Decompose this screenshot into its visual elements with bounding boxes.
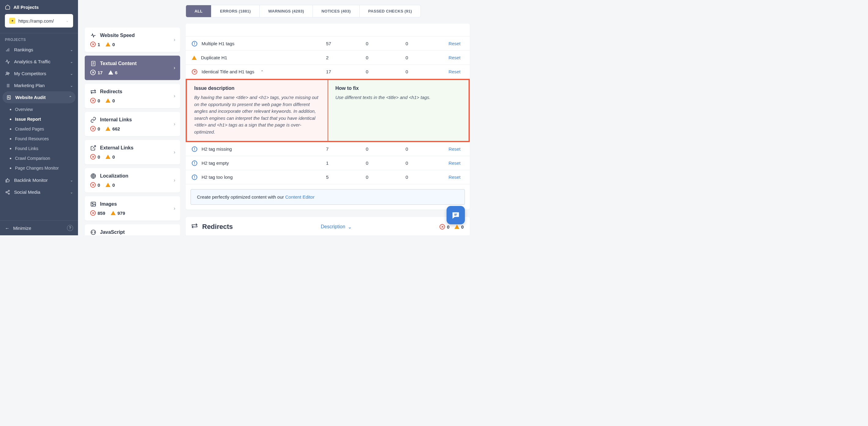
document-icon bbox=[90, 61, 96, 67]
table-row[interactable]: !H2 tag missing 7 0 0 Reset bbox=[186, 142, 470, 156]
tab-all[interactable]: ALL bbox=[186, 5, 211, 17]
chevron-down-icon: ⌄ bbox=[70, 48, 73, 52]
issues-table: !Multiple H1 tags 57 0 0 Reset Duplicate… bbox=[186, 24, 470, 210]
nav-competitors[interactable]: My Competitors ⌄ bbox=[0, 68, 78, 79]
nav-social-media[interactable]: Social Media ⌄ bbox=[0, 186, 78, 198]
subnav-page-changes[interactable]: Page Changes Monitor bbox=[0, 163, 78, 173]
notice-icon: ! bbox=[192, 160, 197, 166]
arrow-left-icon: ← bbox=[5, 226, 9, 231]
reset-link[interactable]: Reset bbox=[448, 160, 460, 166]
reset-link[interactable]: Reset bbox=[448, 146, 460, 152]
thumbs-up-icon bbox=[5, 178, 10, 183]
chevron-right-icon: › bbox=[174, 65, 175, 71]
redirect-icon bbox=[191, 223, 198, 231]
category-textual-content[interactable]: Textual Content ✕176 › bbox=[85, 56, 180, 80]
warning-icon bbox=[105, 183, 111, 187]
reset-link[interactable]: Reset bbox=[448, 41, 460, 46]
image-icon bbox=[90, 201, 96, 207]
share-icon bbox=[5, 190, 10, 195]
category-website-speed[interactable]: Website Speed ✕10 › bbox=[85, 28, 180, 52]
home-icon bbox=[5, 4, 10, 10]
category-localization[interactable]: Localization ✕00 › bbox=[85, 168, 180, 193]
subnav-issue-report[interactable]: Issue Report bbox=[0, 114, 78, 124]
category-external-links[interactable]: External Links ✕00 › bbox=[85, 140, 180, 164]
content-editor-link[interactable]: Content Editor bbox=[285, 194, 314, 200]
svg-point-27 bbox=[92, 203, 93, 204]
subnav-crawled-pages[interactable]: Crawled Pages bbox=[0, 124, 78, 134]
table-row[interactable]: Duplicate H1 2 0 0 Reset bbox=[186, 51, 470, 65]
notice-icon: ! bbox=[192, 174, 197, 180]
reset-link[interactable]: Reset bbox=[448, 174, 460, 180]
warning-icon bbox=[105, 127, 111, 131]
all-projects-link[interactable]: All Projects bbox=[5, 4, 73, 10]
content-area: ALL ERRORS (1881) WARNINGS (4283) NOTICE… bbox=[185, 0, 477, 235]
chevron-right-icon: › bbox=[174, 206, 175, 211]
svg-point-3 bbox=[6, 72, 8, 73]
category-redirects[interactable]: Redirects ✕00 › bbox=[85, 84, 180, 108]
subnav-found-resources[interactable]: Found Resources bbox=[0, 134, 78, 144]
tab-notices[interactable]: NOTICES (403) bbox=[313, 5, 360, 17]
notice-icon: ! bbox=[192, 146, 197, 152]
globe-icon bbox=[90, 173, 96, 179]
minimize-button[interactable]: ← Minimize bbox=[5, 226, 31, 231]
redirects-card: Redirects Description ⌄ ✕0 0 bbox=[186, 217, 470, 235]
svg-line-17 bbox=[7, 191, 8, 192]
nav-rankings[interactable]: Rankings ⌄ bbox=[0, 44, 78, 56]
project-selector[interactable]: ✦ https://ramp.com/ ⌄ bbox=[5, 14, 73, 28]
project-favicon: ✦ bbox=[9, 18, 15, 24]
nav-website-audit[interactable]: Website Audit ⌃ bbox=[2, 91, 75, 103]
svg-line-13 bbox=[9, 98, 10, 98]
tab-errors[interactable]: ERRORS (1881) bbox=[211, 5, 260, 17]
how-to-fix-body: Use different texts in the <title> and <… bbox=[336, 94, 462, 101]
chat-button[interactable] bbox=[446, 206, 465, 224]
issue-description-body: By having the same <title> and <h1> tags… bbox=[194, 94, 320, 135]
warning-icon bbox=[108, 70, 113, 74]
error-icon: ✕ bbox=[90, 70, 96, 75]
subnav-found-links[interactable]: Found Links bbox=[0, 144, 78, 154]
nav-analytics[interactable]: Analytics & Traffic ⌄ bbox=[0, 56, 78, 68]
warning-icon bbox=[455, 225, 459, 229]
table-row[interactable]: !H2 tag empty 1 0 0 Reset bbox=[186, 156, 470, 170]
redirects-title: Redirects bbox=[202, 223, 233, 231]
reset-link[interactable]: Reset bbox=[448, 55, 460, 60]
reset-link[interactable]: Reset bbox=[448, 69, 460, 74]
link-icon bbox=[90, 117, 96, 123]
svg-point-15 bbox=[6, 192, 7, 193]
redirects-description-toggle[interactable]: Description ⌄ bbox=[321, 224, 352, 230]
chevron-down-icon: ⌄ bbox=[348, 224, 352, 230]
category-internal-links[interactable]: Internal Links ✕0662 › bbox=[85, 112, 180, 136]
nav-marketing-plan[interactable]: Marketing Plan ⌄ bbox=[0, 79, 78, 91]
help-icon[interactable]: ? bbox=[67, 225, 73, 231]
subnav-crawl-comparison[interactable]: Crawl Comparison bbox=[0, 154, 78, 163]
external-link-icon bbox=[90, 145, 96, 151]
category-javascript[interactable]: JavaScript bbox=[85, 224, 180, 235]
table-row[interactable]: ✕Identical Title and H1 tags⌃ 17 0 0 Res… bbox=[186, 65, 470, 79]
error-icon: ✕ bbox=[192, 69, 197, 74]
svg-point-4 bbox=[8, 72, 9, 74]
svg-point-12 bbox=[8, 97, 9, 98]
issue-detail-highlight: Issue description By having the same <ti… bbox=[186, 79, 470, 142]
content-editor-promo: Create perfectly optimized content with … bbox=[190, 189, 465, 205]
table-row[interactable]: !Multiple H1 tags 57 0 0 Reset bbox=[186, 37, 470, 51]
filter-tabs: ALL ERRORS (1881) WARNINGS (4283) NOTICE… bbox=[186, 5, 421, 18]
tab-warnings[interactable]: WARNINGS (4283) bbox=[260, 5, 313, 17]
subnav-overview[interactable]: Overview bbox=[0, 104, 78, 114]
tab-passed[interactable]: PASSED CHECKS (91) bbox=[360, 5, 421, 17]
list-icon bbox=[5, 83, 10, 88]
chevron-right-icon: › bbox=[174, 150, 175, 155]
warning-icon bbox=[192, 56, 197, 60]
nav-backlink-monitor[interactable]: Backlink Monitor ⌄ bbox=[0, 174, 78, 186]
svg-rect-11 bbox=[7, 96, 11, 99]
category-panel: Website Speed ✕10 › Textual Content ✕176… bbox=[78, 0, 185, 235]
chevron-down-icon: ⌄ bbox=[70, 60, 73, 64]
issue-description-title: Issue description bbox=[194, 86, 320, 91]
svg-line-18 bbox=[7, 193, 8, 193]
warning-icon bbox=[105, 42, 111, 46]
table-row[interactable]: !H2 tag too long 5 0 0 Reset bbox=[186, 170, 470, 184]
chevron-down-icon: ⌄ bbox=[70, 178, 73, 183]
category-images[interactable]: Images ✕859979 › bbox=[85, 196, 180, 221]
error-icon: ✕ bbox=[90, 126, 96, 131]
project-url: https://ramp.com/ bbox=[18, 18, 54, 24]
svg-line-23 bbox=[93, 146, 95, 149]
error-icon: ✕ bbox=[90, 210, 96, 216]
